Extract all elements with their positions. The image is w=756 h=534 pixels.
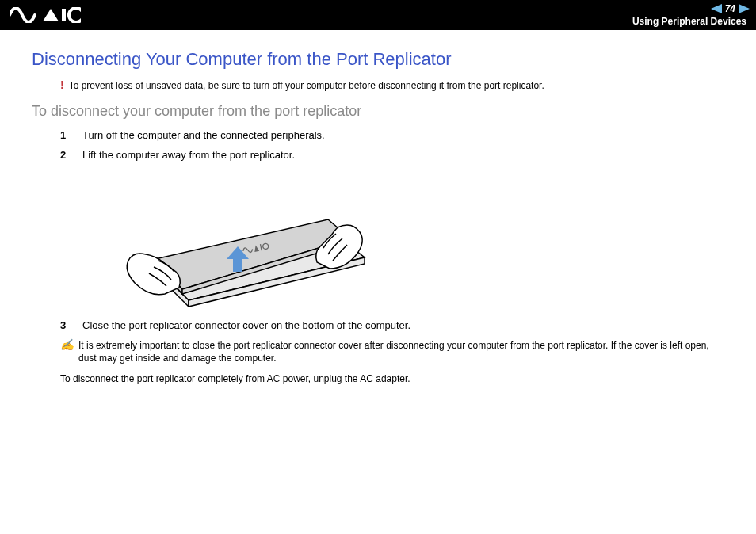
page-body: Disconnecting Your Computer from the Por…	[0, 30, 756, 409]
list-item: 2 Lift the computer away from the port r…	[60, 147, 724, 164]
svg-marker-4	[739, 4, 750, 13]
list-item: 1 Turn off the computer and the connecte…	[60, 128, 724, 144]
page-number: 74	[725, 3, 735, 14]
step-number: 3	[60, 318, 70, 334]
steps-list: 1 Turn off the computer and the connecte…	[60, 128, 724, 164]
step-number: 1	[60, 128, 70, 144]
page-navigation: 74	[711, 3, 750, 14]
section-title: Using Peripheral Devices	[632, 16, 746, 27]
step-text: Lift the computer away from the port rep…	[82, 147, 295, 164]
illustration	[103, 175, 724, 310]
step-number: 2	[60, 147, 70, 164]
note-icon: ✍	[60, 339, 74, 350]
vaio-logo	[10, 7, 81, 23]
steps-list-cont: 3 Close the port replicator connector co…	[60, 318, 724, 334]
final-paragraph: To disconnect the port replicator comple…	[60, 372, 724, 385]
page-heading: Disconnecting Your Computer from the Por…	[32, 49, 724, 70]
step-text: Close the port replicator connector cove…	[82, 318, 410, 334]
note-callout: ✍ It is extremely important to close the…	[60, 339, 724, 364]
step-text: Turn off the computer and the connected …	[82, 128, 325, 144]
next-page-arrow-icon[interactable]	[739, 4, 750, 13]
warning-callout: ! To prevent loss of unsaved data, be su…	[60, 79, 724, 92]
svg-rect-1	[62, 9, 66, 21]
svg-point-2	[69, 8, 81, 22]
svg-marker-3	[711, 4, 722, 13]
prev-page-arrow-icon[interactable]	[711, 4, 722, 13]
warning-text: To prevent loss of unsaved data, be sure…	[69, 79, 544, 92]
warning-icon: !	[60, 79, 64, 90]
procedure-subheading: To disconnect your computer from the por…	[32, 103, 724, 120]
header-right: 74 Using Peripheral Devices	[632, 3, 750, 27]
svg-marker-0	[43, 9, 59, 21]
note-text: It is extremely important to close the p…	[78, 339, 724, 364]
header-bar: 74 Using Peripheral Devices	[0, 0, 756, 30]
list-item: 3 Close the port replicator connector co…	[60, 318, 724, 334]
